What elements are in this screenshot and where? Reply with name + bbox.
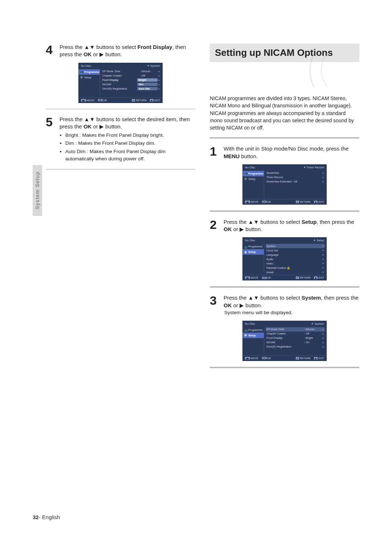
osd-screenshot-step3: No Disc ✦ System 📺Programme ⚙Setup EP Mo… (242, 321, 327, 361)
osd-row: Video▸ (266, 261, 325, 266)
text: EP Mode Time (102, 70, 139, 73)
step-2: 2 Press the ▲▼ buttons to select Setup, … (210, 218, 359, 233)
text: Setup (248, 250, 256, 254)
step-3-text: Press the ▲▼ buttons to select System, t… (224, 294, 359, 316)
divider (46, 169, 195, 169)
bold-ok: OK (83, 123, 92, 130)
text: : Off (303, 332, 322, 335)
key-icon: ◀▶ (245, 276, 250, 279)
osd-screenshot-step4: No Disc ✦ System 📺Programme ⚙Setup EP Mo… (78, 63, 163, 103)
right-icon: ▶ (240, 226, 244, 232)
chevron-right-icon: ▸ (322, 262, 324, 265)
right-icon: ▶ (99, 51, 104, 57)
osd-tab-programme: 📺Programme (243, 327, 264, 333)
chevron-right-icon: ▸ (322, 345, 324, 348)
key-icon: OK (262, 201, 267, 203)
tv-icon: 📺 (80, 70, 83, 73)
page-number: 32 (33, 514, 39, 520)
osd-crumb: ✦ System (311, 322, 324, 325)
text: Bright (137, 78, 158, 82)
osd-nodisc: No Disc (81, 64, 91, 67)
text: NICAM (102, 83, 137, 86)
text: Front Display (266, 336, 303, 340)
step-4: 4 Press the ▲▼ buttons to select Front D… (46, 44, 195, 58)
text: button. (240, 153, 258, 159)
key-icon: ◀▶ (245, 201, 250, 203)
osd-row: System▸ (266, 244, 325, 248)
text: button. (244, 226, 262, 232)
key-icon: ◀▶ (81, 99, 86, 102)
disc-decoration-icon (298, 54, 363, 87)
osd-row: ShowView▸ (266, 171, 325, 175)
osd-nodisc: No Disc (245, 166, 255, 169)
text: OK (103, 99, 107, 102)
text: MOVE (251, 201, 258, 203)
chevron-right-icon: ▸ (322, 328, 324, 331)
right-icon: ▶ (99, 123, 104, 130)
bold-front-display: Front Display (138, 44, 172, 50)
page-language: English (42, 514, 60, 520)
osd-row: NICAM: On▸ (266, 340, 325, 345)
osd-tab-programme: 📺Programme (243, 244, 264, 249)
osd-tab-setup: ⚙Setup (243, 333, 264, 338)
text: MOVE (251, 276, 258, 279)
text: OK (268, 357, 271, 360)
text: buttons to select (95, 44, 138, 50)
text: Clock Set (266, 249, 322, 252)
bold-ok: OK (83, 51, 92, 57)
text: buttons to select (259, 295, 302, 301)
right-column: Setting up NICAM Options NICAM programme… (210, 44, 359, 375)
text: or (232, 302, 240, 308)
text: Chapter Creator (102, 74, 139, 77)
key-icon: ⏏ (314, 276, 318, 279)
text: Press the (224, 219, 248, 225)
bold-ok: OK (224, 302, 232, 308)
osd-tab-setup: ⚙Setup (243, 176, 264, 182)
text: or (91, 123, 99, 130)
key-icon: ⏏ (314, 201, 318, 203)
tv-icon: 📺 (244, 245, 247, 248)
osd-tab-setup: ⚙Setup (243, 249, 264, 255)
text: : Bright (303, 336, 322, 340)
text: Setup (248, 177, 256, 181)
divider-bar (210, 210, 359, 212)
key-icon: ↩ (296, 201, 299, 203)
osd-crumb: ✦ System (147, 64, 160, 67)
text: or (91, 51, 99, 57)
key-icon: ↩ (132, 99, 135, 102)
text: MOVE (251, 357, 258, 360)
osd-row: Language▸ (266, 252, 325, 257)
osd-row: Parental Control 🔒▸ (266, 266, 325, 270)
text: Setup (84, 76, 91, 79)
osd-nodisc: No Disc (245, 322, 255, 325)
chevron-right-icon: ▸ (322, 253, 324, 256)
up-down-icon: ▲▼ (248, 219, 259, 225)
text: , then press the (317, 219, 354, 225)
text: , then press the (321, 295, 358, 301)
step-2-number: 2 (210, 218, 220, 233)
gear-icon: ⚙ (244, 334, 247, 337)
gear-icon: ⚙ (80, 76, 83, 79)
text: button. (244, 302, 262, 308)
chevron-right-icon: ▸ (322, 176, 324, 179)
gear-icon: ⚙ (244, 251, 247, 254)
text: RETURN (136, 99, 146, 102)
up-down-icon: ▲▼ (248, 295, 259, 301)
text: Programme (248, 172, 264, 175)
text: Setup (248, 334, 256, 337)
chevron-right-icon: ▸ (322, 341, 324, 344)
key-icon: OK (262, 277, 267, 279)
text: Dim (137, 83, 158, 86)
list-item: Dim : Makes the Front Panel Display dim. (65, 140, 195, 147)
text: ShowView Extended : Off (266, 180, 322, 183)
divider (46, 109, 195, 109)
osd-row: Front Display: Bright▸ (266, 336, 325, 340)
osd-row: Timer Record▸ (266, 175, 325, 180)
text: EXIT (154, 99, 160, 102)
up-down-icon: ▲▼ (84, 116, 95, 122)
osd-row: DivX(R) RegistrationAuto Dim▸ (102, 87, 161, 91)
left-column: 4 Press the ▲▼ buttons to select Front D… (33, 44, 195, 375)
step-5: 5 Press the ▲▼ buttons to select the des… (46, 116, 195, 164)
osd-tab-programme: 📺Programme (243, 171, 264, 176)
chevron-right-icon: ▸ (322, 172, 324, 174)
